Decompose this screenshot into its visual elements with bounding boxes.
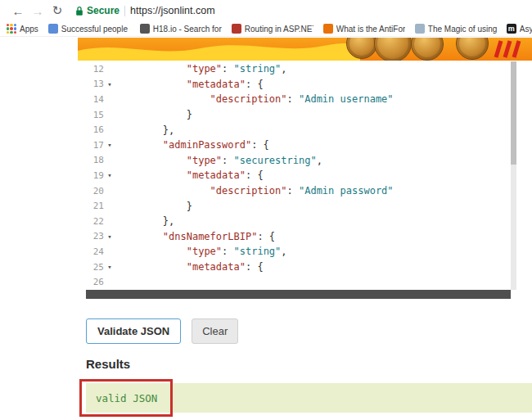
code-line[interactable]: 16 }, [86,122,511,138]
bookmarks-list: Successful people doH18.io - Search for … [48,24,532,34]
line-number: 24 [86,246,104,257]
fold-arrow-icon[interactable]: ▾ [104,233,115,241]
result-message: valid JSON [96,392,157,404]
clear-button[interactable]: Clear [192,318,238,344]
code-text: } [115,109,192,120]
line-number: 12 [86,64,104,75]
secure-label: Secure [87,5,119,16]
code-text: "description": "Admin username" [115,93,394,105]
bookmark-favicon [48,24,58,34]
bookmark-item[interactable]: H18.io - Search for a [140,24,222,34]
code-line[interactable]: 23▾ "dnsNameforLBIP": { [86,229,511,245]
secure-indicator[interactable]: Secure [75,5,119,16]
code-line[interactable]: 20 "description": "Admin password" [86,183,511,199]
line-number: 13 [86,79,104,89]
code-text: "metadata": { [115,79,264,90]
bookmark-favicon [323,24,333,34]
bookmark-favicon: m [507,24,516,34]
page-content: 12 "type": "string",13▾ "metadata": {14 … [0,37,532,420]
horizontal-scrollbar[interactable] [86,290,511,299]
ad-banner[interactable] [78,38,532,61]
code-text: "type": "string", [115,63,287,75]
line-number: 20 [86,186,104,196]
padlock-icon [75,6,83,16]
bookmark-label: What is the AntiForg [336,25,405,34]
bookmark-item[interactable]: The Magic of using a [415,24,497,34]
bookmark-label: The Magic of using a [428,25,497,34]
code-text: "dnsNameforLBIP": { [115,231,275,242]
code-line[interactable]: 21 } [86,198,511,214]
coin-icon [456,38,489,60]
validate-json-button[interactable]: Validate JSON [86,318,181,344]
bookmark-favicon [140,24,150,34]
code-text: "adminPassword": { [115,139,269,151]
vertical-scrollbar[interactable] [511,61,516,290]
bookmark-item[interactable]: mAsyn [507,24,532,34]
apps-button[interactable]: Apps [7,24,38,34]
back-button[interactable]: ← [8,4,28,18]
bookmark-item[interactable]: Routing in ASP.NET V [232,24,313,34]
code-line[interactable]: 14 "description": "Admin username" [86,92,511,107]
browser-toolbar: ← → ↻ Secure https://jsonlint.com [0,0,532,21]
code-line[interactable]: 19▾ "metadata": { [86,168,511,183]
apps-label: Apps [20,25,38,34]
code-text: }, [115,215,174,227]
bookmark-favicon [232,24,241,34]
json-editor: 12 "type": "string",13▾ "metadata": {14 … [86,61,516,299]
code-text: "metadata": { [115,261,264,273]
bookmark-item[interactable]: Successful people do [48,24,130,34]
validation-result: valid JSON [86,383,532,413]
line-number: 22 [86,216,104,227]
apps-grid-icon [7,24,16,34]
bookmarks-bar: Apps Successful people doH18.io - Search… [0,21,532,37]
code-line[interactable]: 17▾ "adminPassword": { [86,138,511,153]
code-text: "type": "securestring", [115,155,322,166]
line-number: 14 [86,94,104,105]
code-line[interactable]: 13▾ "metadata": { [86,77,511,93]
code-line[interactable]: 15 } [86,107,511,123]
code-text: }, [115,124,174,136]
address-bar[interactable]: Secure https://jsonlint.com [75,5,215,16]
code-line[interactable]: 24 "type": "string", [86,244,511,260]
results-heading: Results [86,357,130,371]
line-number: 23 [86,231,104,242]
code-line[interactable]: 18 "type": "securestring", [86,153,511,169]
line-number: 17 [86,140,104,151]
editor-controls: Validate JSON Clear [86,318,238,344]
coin-icon [411,38,444,61]
fold-arrow-icon[interactable]: ▾ [104,141,115,149]
bookmark-item[interactable]: What is the AntiForg [323,24,405,34]
bookmark-label: Successful people do [61,25,130,34]
bookmark-label: Routing in ASP.NET V [245,25,313,34]
code-text: "description": "Admin password" [115,185,394,196]
banner-wave-graphic [78,38,360,61]
bookmark-label: Asyn [520,25,532,34]
fold-arrow-icon[interactable]: ▾ [104,80,115,88]
line-number: 18 [86,155,104,165]
forward-button[interactable]: → [28,4,47,18]
line-number: 15 [86,110,104,120]
code-line[interactable]: 26 [86,274,511,290]
code-area[interactable]: 12 "type": "string",13▾ "metadata": {14 … [86,61,511,290]
bookmark-favicon [415,24,425,34]
fold-arrow-icon[interactable]: ▾ [104,263,115,271]
scrollbar-thumb[interactable] [511,61,516,165]
fold-arrow-icon[interactable]: ▾ [104,171,115,179]
code-text: "metadata": { [115,169,264,181]
code-text: } [115,201,192,212]
line-number: 16 [86,124,104,135]
coin-icon [374,38,412,61]
omnibox-separator [124,6,125,16]
banner-red-graphic [491,40,527,58]
line-number: 21 [86,201,104,211]
line-number: 26 [86,277,104,287]
code-line[interactable]: 25▾ "metadata": { [86,260,511,275]
line-number: 25 [86,262,104,273]
code-line[interactable]: 22 }, [86,214,511,229]
refresh-button[interactable]: ↻ [47,3,67,18]
line-number: 19 [86,170,104,181]
url-text: https://jsonlint.com [130,5,215,16]
code-line[interactable]: 12 "type": "string", [86,61,511,77]
bookmark-label: H18.io - Search for a [153,25,222,34]
code-text: "type": "string", [115,246,287,257]
